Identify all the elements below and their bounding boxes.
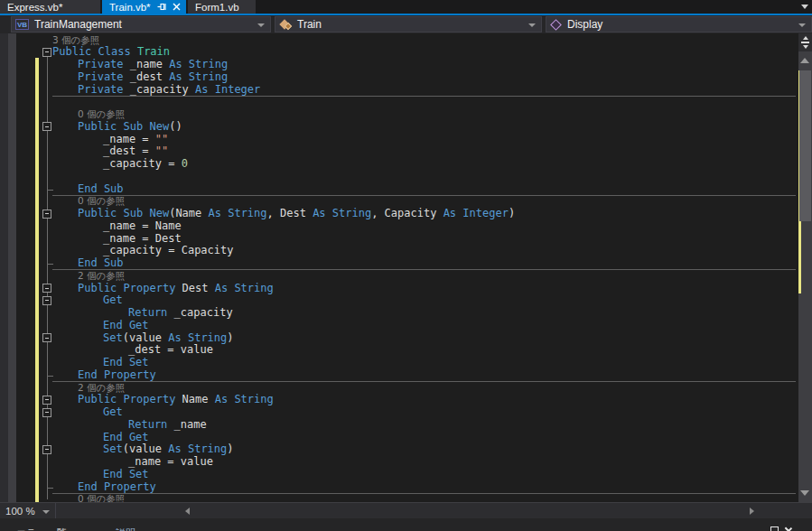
chevron-down-icon <box>42 510 50 514</box>
code-line[interactable]: _name = "" <box>103 134 168 146</box>
code-line[interactable]: Return _capacity <box>128 307 233 320</box>
member-dropdown[interactable]: Display <box>546 16 812 33</box>
codelens-references[interactable]: 0 個の参照 <box>78 108 125 121</box>
tab-list-chevron-icon[interactable] <box>801 5 808 9</box>
codelens-references[interactable]: 0 個の参照 <box>78 493 125 502</box>
code-line[interactable]: _name = Dest <box>103 233 182 246</box>
editor-bottom-bar: 100 % <box>0 502 812 518</box>
codelens-references[interactable]: 0 個の参照 <box>78 195 125 208</box>
code-line[interactable]: _capacity = Capacity <box>103 245 234 257</box>
vertical-scrollbar[interactable] <box>798 33 812 502</box>
code-line[interactable]: _name = value <box>128 456 213 469</box>
codelens-references[interactable]: 3 個の参照 <box>52 34 99 47</box>
tab-express-vb[interactable]: Express.vb* <box>0 0 100 14</box>
code-line[interactable]: Public Sub New() <box>78 121 182 134</box>
code-line[interactable]: Public Property Dest As String <box>78 283 274 295</box>
code-line[interactable]: Get <box>103 294 123 307</box>
scroll-down-icon[interactable] <box>800 490 809 496</box>
tab-label: Express.vb* <box>7 2 62 13</box>
panel-pin-icon[interactable] <box>770 526 779 531</box>
code-line[interactable]: Return _name <box>128 419 207 432</box>
class-icon <box>279 19 292 30</box>
code-line[interactable]: _dest = "" <box>103 145 168 158</box>
code-line[interactable]: _capacity = 0 <box>103 158 188 171</box>
hscroll-right-icon[interactable] <box>750 508 754 515</box>
pin-icon[interactable] <box>157 3 166 11</box>
code-line[interactable]: Private _dest As String <box>78 71 228 84</box>
tab-form1-vb[interactable]: Form1.vb <box>188 0 256 14</box>
member-dropdown-value: Display <box>567 18 602 31</box>
code-line[interactable]: End Sub <box>78 183 124 196</box>
error-list-label[interactable]: エラー一覧 <box>16 526 67 531</box>
panel-column-label: 説明 <box>116 526 135 531</box>
code-line[interactable]: End Get <box>103 320 149 332</box>
vertical-scrollbar-thumb[interactable] <box>799 70 811 221</box>
code-line[interactable]: Set(value As String) <box>103 443 234 456</box>
code-line[interactable]: End Set <box>103 469 149 481</box>
code-line[interactable]: End Property <box>78 369 156 382</box>
code-editor[interactable]: 3 個の参照Public Class TrainPrivate _name As… <box>0 33 812 502</box>
codelens-references[interactable]: 2 個の参照 <box>78 270 125 283</box>
type-dropdown[interactable]: Train <box>275 16 542 33</box>
panel-close-icon[interactable] <box>784 526 792 531</box>
vb-project-icon: VB <box>15 19 29 30</box>
editor-splitter-grip[interactable] <box>798 33 812 51</box>
chevron-down-icon <box>257 23 265 27</box>
code-line[interactable]: End Get <box>103 432 149 444</box>
tab-train-vb[interactable]: Train.vb* <box>102 0 186 14</box>
code-line[interactable]: End Property <box>78 481 156 494</box>
chevron-down-icon <box>798 23 806 27</box>
close-icon[interactable] <box>173 3 181 11</box>
vs-window: Express.vb* Train.vb* Form1.vb <box>0 0 812 531</box>
code-text-area[interactable]: 3 個の参照Public Class TrainPrivate _name As… <box>0 33 798 502</box>
zoom-value: 100 % <box>5 506 35 517</box>
code-line[interactable]: _name = Name <box>103 220 182 233</box>
tab-label: Train.vb* <box>109 2 151 13</box>
scroll-up-icon[interactable] <box>800 58 809 63</box>
project-dropdown[interactable]: VB TrainManagement <box>11 16 271 33</box>
tab-label: Form1.vb <box>195 2 239 13</box>
hscroll-left-icon[interactable] <box>185 508 190 515</box>
code-line[interactable]: Public Sub New(Name As String, Dest As S… <box>78 208 515 220</box>
code-line[interactable]: Set(value As String) <box>103 332 234 345</box>
bottom-panel-edge: エラー一覧 説明 <box>0 518 812 531</box>
code-line[interactable]: Get <box>103 406 123 419</box>
code-line[interactable]: Public Class Train <box>52 46 170 59</box>
document-tab-bar: Express.vb* Train.vb* Form1.vb <box>0 0 812 14</box>
navigation-bar: VB TrainManagement Train Display <box>0 15 812 33</box>
project-dropdown-value: TrainManagement <box>34 18 122 31</box>
code-line[interactable]: End Sub <box>78 257 124 270</box>
code-line[interactable]: Public Property Name As String <box>78 394 274 406</box>
type-dropdown-value: Train <box>297 18 322 31</box>
method-cube-icon <box>550 19 562 31</box>
code-line[interactable]: End Set <box>103 357 149 369</box>
code-line[interactable]: Private _capacity As Integer <box>78 84 260 97</box>
chevron-down-icon <box>528 23 536 27</box>
codelens-references[interactable]: 2 個の参照 <box>78 382 125 395</box>
zoom-dropdown[interactable]: 100 % <box>0 503 56 519</box>
code-line[interactable]: Private _name As String <box>78 59 228 71</box>
code-line[interactable]: _dest = value <box>128 344 213 357</box>
